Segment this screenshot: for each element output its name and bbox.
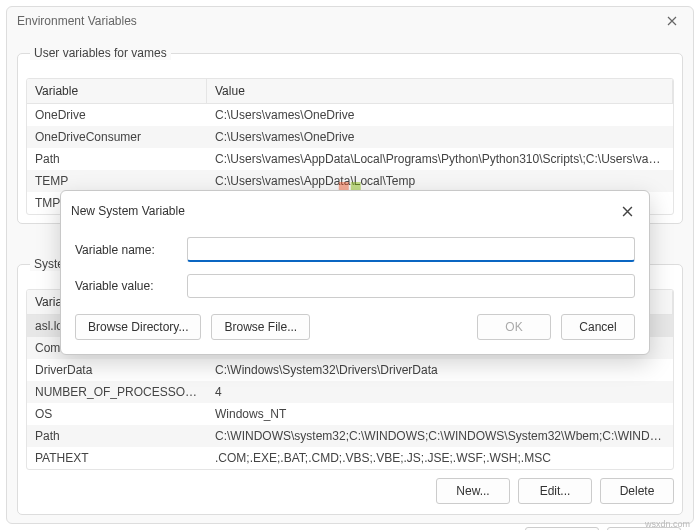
table-row[interactable]: PathC:\WINDOWS\system32;C:\WINDOWS;C:\WI…: [27, 425, 673, 447]
delete-button[interactable]: Delete: [600, 478, 674, 504]
browse-file-button[interactable]: Browse File...: [211, 314, 310, 340]
col-variable[interactable]: Variable: [27, 79, 207, 103]
variable-value-row: Variable value:: [61, 268, 649, 304]
variable-value-input[interactable]: [187, 274, 635, 298]
table-row[interactable]: OneDriveC:\Users\vames\OneDrive: [27, 104, 673, 126]
dialog-titlebar: New System Variable: [61, 191, 649, 231]
table-row[interactable]: OneDriveConsumerC:\Users\vames\OneDrive: [27, 126, 673, 148]
close-icon: [667, 16, 677, 26]
new-button[interactable]: New...: [436, 478, 510, 504]
variable-name-input[interactable]: [187, 237, 635, 262]
col-value[interactable]: Value: [207, 79, 673, 103]
table-row[interactable]: PathC:\Users\vames\AppData\Local\Program…: [27, 148, 673, 170]
source-attribution: wsxdn.com: [645, 519, 690, 529]
variable-name-label: Variable name:: [75, 243, 175, 257]
browse-directory-button[interactable]: Browse Directory...: [75, 314, 201, 340]
system-button-row: New... Edit... Delete: [26, 470, 674, 506]
variable-value-label: Variable value:: [75, 279, 175, 293]
new-system-variable-dialog: New System Variable Variable name: Varia…: [60, 190, 650, 355]
variable-name-row: Variable name:: [61, 231, 649, 268]
dialog-title: New System Variable: [71, 204, 185, 218]
edit-button[interactable]: Edit...: [518, 478, 592, 504]
table-row[interactable]: PATHEXT.COM;.EXE;.BAT;.CMD;.VBS;.VBE;.JS…: [27, 447, 673, 469]
table-row[interactable]: TEMPC:\Users\vames\AppData\Local\Temp: [27, 170, 673, 192]
table-row[interactable]: OSWindows_NT: [27, 403, 673, 425]
dialog-cancel-button[interactable]: Cancel: [561, 314, 635, 340]
close-icon: [622, 206, 633, 217]
main-window-title: Environment Variables: [17, 14, 137, 28]
dialog-close-button[interactable]: [615, 199, 639, 223]
table-row[interactable]: DriverDataC:\Windows\System32\Drivers\Dr…: [27, 359, 673, 381]
main-titlebar: Environment Variables: [7, 7, 693, 35]
main-close-button[interactable]: [661, 10, 683, 32]
user-table-header: Variable Value: [27, 79, 673, 104]
dialog-ok-button[interactable]: OK: [477, 314, 551, 340]
user-legend: User variables for vames: [30, 46, 171, 60]
table-row[interactable]: NUMBER_OF_PROCESSORS4: [27, 381, 673, 403]
main-ok-cancel-row: OK Cancel: [7, 521, 693, 530]
dialog-button-row: Browse Directory... Browse File... OK Ca…: [61, 304, 649, 354]
